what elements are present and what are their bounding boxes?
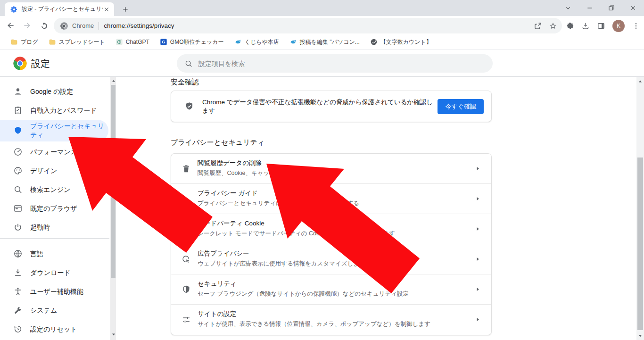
sidebar-item-default-browser[interactable]: 既定のブラウザ xyxy=(0,200,108,217)
sidebar-item-reset-settings[interactable]: 設定のリセット xyxy=(0,321,108,338)
tab-close-icon[interactable] xyxy=(103,6,110,13)
safety-check-section-title: 安全確認 xyxy=(171,78,199,87)
bookmark-folder-spreadsheet[interactable]: スプレッドシート xyxy=(45,37,109,48)
page-scrollbar[interactable] xyxy=(636,77,644,340)
minimize-button[interactable] xyxy=(579,0,601,16)
shield-check-icon xyxy=(184,101,194,111)
chevron-right-icon xyxy=(475,286,481,292)
sidebar-item-performance[interactable]: パフォーマンス xyxy=(0,143,108,160)
profile-avatar[interactable]: K xyxy=(612,20,625,32)
side-panel-icon[interactable] xyxy=(597,22,605,30)
row-third-party-cookies[interactable]: サードパーティ Cookie シークレット モードでサードパーティの Cooki… xyxy=(171,214,491,244)
bookmark-chatgpt[interactable]: ChatGPT xyxy=(112,37,153,47)
speedometer-icon xyxy=(13,147,23,157)
scroll-up-icon[interactable] xyxy=(111,78,116,84)
settings-search-field[interactable] xyxy=(177,54,493,73)
settings-content: Google の設定 自動入力とパスワード プライバシーとセキュリティ パフォー… xyxy=(0,77,644,340)
bookmark-char-counter[interactable]: 【文字数カウント】 xyxy=(366,37,436,48)
menu-kebab-icon[interactable] xyxy=(632,22,640,30)
chevron-right-icon xyxy=(475,226,481,232)
row-security[interactable]: セキュリティ セーフ ブラウジング（危険なサイトからの保護機能）などのセキュリテ… xyxy=(171,274,491,305)
chrome-logo-icon xyxy=(60,22,68,30)
browser-toolbar: Chrome chrome://settings/privacy K xyxy=(0,16,644,35)
shield-icon xyxy=(13,126,23,135)
folder-icon xyxy=(49,38,56,46)
extensions-puzzle-icon[interactable] xyxy=(566,22,574,30)
sidebar-item-appearance[interactable]: デザイン xyxy=(0,162,108,179)
settings-gear-favicon xyxy=(10,6,18,13)
search-icon xyxy=(13,185,23,194)
restore-button[interactable] xyxy=(601,0,622,16)
url-text: chrome://settings/privacy xyxy=(104,22,534,29)
reset-history-icon xyxy=(13,324,23,334)
sidebar-item-on-startup[interactable]: 起動時 xyxy=(0,219,108,236)
power-icon xyxy=(13,223,23,232)
safety-check-message: Chrome でデータ侵害や不正な拡張機能などの脅威から保護されているか確認しま… xyxy=(202,98,438,115)
sidebar-item-search-engine[interactable]: 検索エンジン xyxy=(0,181,108,198)
gmo-favicon xyxy=(160,38,167,46)
bookmark-kujiraya[interactable]: くじらや本店 xyxy=(231,37,283,48)
bookmark-gmo[interactable]: GMO順位チェッカー xyxy=(156,37,228,48)
row-site-settings[interactable]: サイトの設定 サイトが使用、表示できる情報（位置情報、カメラ、ポップアップなど）… xyxy=(171,305,491,335)
window-menu-chevron[interactable] xyxy=(557,0,579,16)
chevron-right-icon xyxy=(475,256,481,262)
new-tab-button[interactable] xyxy=(120,4,131,15)
folder-icon xyxy=(10,38,18,46)
row-ad-privacy[interactable]: 広告プライバシー ウェブサイトが広告表示に使用する情報をカスタマイズします xyxy=(171,244,491,274)
dark-globe-favicon xyxy=(370,38,378,46)
chevron-right-icon xyxy=(475,166,481,172)
close-window-button[interactable] xyxy=(622,0,644,16)
back-button[interactable] xyxy=(4,19,17,32)
trash-icon xyxy=(182,164,191,174)
sidebar-item-accessibility[interactable]: ユーザー補助機能 xyxy=(0,283,108,300)
browser-window-icon xyxy=(13,204,23,213)
bookmark-folder-blog[interactable]: ブログ xyxy=(7,37,42,48)
sidebar-item-system[interactable]: システム xyxy=(0,302,108,319)
bookmarks-bar: ブログ スプレッドシート ChatGPT GMO順位チェッカー くじらや本店 投… xyxy=(0,35,644,50)
browser-window: 設定 - プライバシーとセキュリティ Chrome chrome://setti… xyxy=(0,0,644,340)
scroll-up-icon[interactable] xyxy=(637,79,643,84)
window-controls xyxy=(557,0,644,16)
scroll-down-icon[interactable] xyxy=(111,332,116,337)
bookmark-star-icon[interactable] xyxy=(549,22,557,30)
sidebar-item-privacy-security[interactable]: プライバシーとセキュリティ xyxy=(0,120,108,141)
palette-icon xyxy=(13,166,23,175)
wrench-icon xyxy=(13,306,23,315)
sidebar-scrollbar-thumb[interactable] xyxy=(111,85,116,278)
whale-favicon xyxy=(234,38,242,46)
scroll-down-icon[interactable] xyxy=(637,333,643,339)
forward-button[interactable] xyxy=(21,19,34,32)
tab-strip: 設定 - プライバシーとセキュリティ xyxy=(0,0,644,16)
sidebar-divider xyxy=(0,238,109,239)
chatgpt-favicon xyxy=(116,38,123,46)
sidebar-item-google-settings[interactable]: Google の設定 xyxy=(0,83,108,100)
check-now-button[interactable]: 今すぐ確認 xyxy=(438,99,484,114)
sidebar-scrollbar[interactable] xyxy=(110,77,116,340)
safety-check-card: Chrome でデータ侵害や不正な拡張機能などの脅威から保護されているか確認しま… xyxy=(171,91,492,122)
settings-search-input[interactable] xyxy=(198,60,485,67)
active-tab[interactable]: 設定 - プライバシーとセキュリティ xyxy=(5,2,114,16)
bookmark-edit-post[interactable]: 投稿を編集 "パソコン... xyxy=(286,37,363,48)
page-scrollbar-thumb[interactable] xyxy=(637,158,643,330)
omnibox-divider xyxy=(99,22,99,30)
sidebar-item-downloads[interactable]: ダウンロード xyxy=(0,264,108,281)
chevron-right-icon xyxy=(475,196,481,202)
clipboard-icon xyxy=(13,106,23,115)
reload-button[interactable] xyxy=(38,19,51,32)
accessibility-icon xyxy=(13,287,23,296)
sidebar-item-languages[interactable]: 言語 xyxy=(0,245,108,262)
site-engine-label: Chrome xyxy=(72,22,94,29)
row-privacy-guide[interactable]: プライバシー ガイド プライバシーとセキュリティに関する主要な設定を確認する xyxy=(171,184,491,214)
ad-click-icon xyxy=(182,255,191,264)
address-bar[interactable]: Chrome chrome://settings/privacy xyxy=(54,18,562,33)
search-icon xyxy=(184,59,193,68)
chrome-color-logo xyxy=(13,57,27,70)
downloads-icon[interactable] xyxy=(581,22,590,30)
row-clear-browsing-data[interactable]: 閲覧履歴データの削除 閲覧履歴、Cookie、キャッシュなどを削除します xyxy=(171,154,491,184)
share-icon[interactable] xyxy=(534,22,542,30)
tune-sliders-icon xyxy=(182,315,191,324)
sidebar-item-autofill[interactable]: 自動入力とパスワード xyxy=(0,102,108,119)
whale-favicon xyxy=(289,38,297,46)
person-icon xyxy=(13,87,23,96)
tab-title: 設定 - プライバシーとセキュリティ xyxy=(22,5,103,13)
